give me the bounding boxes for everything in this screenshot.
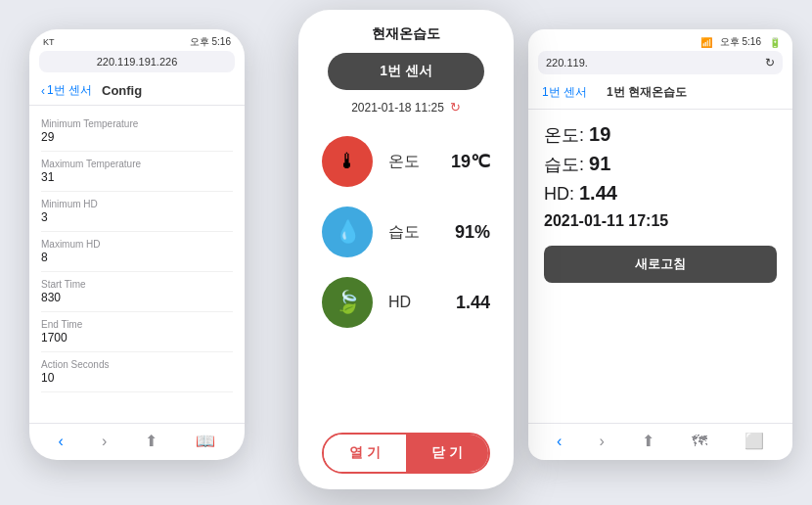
- toggle-close-btn[interactable]: 닫 기: [406, 435, 488, 472]
- right-hd-row: HD: 1.44: [544, 182, 777, 205]
- config-item-6: Action Seconds 10: [41, 352, 233, 392]
- config-item-4: Start Time 830: [41, 272, 233, 312]
- right-content: 온도: 19 습도: 91 HD: 1.44 2021-01-11 17:15 …: [528, 110, 792, 423]
- left-url-bar[interactable]: 220.119.191.226: [39, 51, 235, 72]
- right-datetime: 2021-01-11 17:15: [544, 212, 777, 230]
- left-back-toolbar-icon[interactable]: ‹: [59, 433, 64, 450]
- config-item-1: Maximum Temperature 31: [41, 152, 233, 192]
- hd-circle: 🍃: [322, 277, 373, 328]
- right-sensor-nav-label[interactable]: 1번 센서: [542, 84, 587, 101]
- right-current-nav-label[interactable]: 1번 현재온습도: [607, 84, 687, 101]
- config-item-2: Minimum HD 3: [41, 192, 233, 232]
- config-item-3: Maximum HD 8: [41, 232, 233, 272]
- right-hd-value: 1.44: [579, 182, 617, 204]
- right-temp-row: 온도: 19: [544, 123, 777, 147]
- right-refresh-button[interactable]: 새로고침: [544, 246, 777, 283]
- left-book-icon[interactable]: 📖: [196, 432, 215, 450]
- left-chevron-icon: ‹: [41, 84, 45, 98]
- right-url-text: 220.119.: [546, 57, 588, 69]
- right-nav-bar: 1번 센서 1번 현재온습도: [528, 80, 792, 110]
- config-label-1: Maximum Temperature: [41, 159, 233, 169]
- hd-row: 🍃 HD 1.44: [298, 267, 514, 338]
- hd-value: 1.44: [456, 293, 490, 313]
- center-phone: 현재온습도 1번 센서 2021-01-18 11:25 ↻ 🌡 온도 19℃ …: [298, 10, 514, 489]
- left-config-list: Minimum Temperature 29 Maximum Temperatu…: [29, 106, 245, 423]
- center-date-row: 2021-01-18 11:25 ↻: [298, 100, 514, 115]
- right-tabs-icon[interactable]: ⬜: [744, 432, 764, 450]
- left-status-bar: KT 오후 5:16: [29, 29, 245, 51]
- toggle-open-btn[interactable]: 열 기: [324, 435, 406, 472]
- humid-circle: 💧: [322, 207, 373, 257]
- config-label-4: Start Time: [41, 279, 233, 290]
- right-bottom-toolbar: ‹ › ⬆ 🗺 ⬜: [528, 423, 792, 460]
- humid-row: 💧 습도 91%: [298, 197, 514, 267]
- center-date: 2021-01-18 11:25: [351, 101, 444, 115]
- right-url-bar[interactable]: 220.119. ↻: [538, 51, 783, 74]
- temp-circle: 🌡: [322, 136, 373, 187]
- left-bottom-toolbar: ‹ › ⬆ 📖: [29, 423, 245, 460]
- right-hd-label: HD:: [544, 184, 579, 204]
- temp-row: 🌡 온도 19℃: [298, 126, 514, 197]
- temp-value: 19℃: [451, 151, 490, 172]
- config-value-2: 3: [41, 210, 233, 224]
- right-battery-icon: 🔋: [769, 37, 781, 48]
- right-status-bar: 📶 오후 5:16 🔋: [528, 29, 792, 51]
- config-label-5: End Time: [41, 319, 233, 330]
- hd-label: HD: [388, 294, 440, 311]
- left-phone: KT 오후 5:16 220.119.191.226 ‹ 1번 센서 Confi…: [29, 29, 245, 460]
- left-share-icon[interactable]: ⬆: [145, 432, 158, 450]
- right-temp-value: 19: [589, 123, 610, 145]
- config-label-0: Minimum Temperature: [41, 118, 233, 129]
- right-share-icon[interactable]: ⬆: [642, 432, 654, 450]
- left-back-label: 1번 센서: [47, 82, 92, 99]
- config-item-0: Minimum Temperature 29: [41, 112, 233, 152]
- config-label-2: Minimum HD: [41, 199, 233, 209]
- left-back-btn[interactable]: ‹ 1번 센서: [41, 82, 92, 99]
- right-humid-row: 습도: 91: [544, 153, 777, 176]
- right-temp-label: 온도:: [544, 125, 589, 145]
- right-back-icon[interactable]: ‹: [557, 433, 562, 450]
- left-time: 오후 5:16: [190, 35, 231, 49]
- config-value-6: 10: [41, 371, 233, 385]
- center-title: 현재온습도: [298, 10, 514, 53]
- right-humid-label: 습도:: [544, 155, 589, 174]
- right-refresh-icon[interactable]: ↻: [765, 56, 775, 69]
- config-value-5: 1700: [41, 331, 233, 344]
- humid-label: 습도: [388, 222, 439, 243]
- config-value-4: 830: [41, 291, 233, 304]
- config-value-1: 31: [41, 170, 233, 184]
- right-map-icon[interactable]: 🗺: [692, 433, 707, 450]
- right-wifi-icon: 📶: [700, 37, 712, 48]
- right-tablet: 📶 오후 5:16 🔋 220.119. ↻ 1번 센서 1번 현재온습도 온도…: [528, 29, 792, 460]
- config-label-3: Maximum HD: [41, 239, 233, 250]
- humid-value: 91%: [455, 222, 490, 243]
- left-nav-title: Config: [102, 83, 142, 98]
- config-value-3: 8: [41, 251, 233, 264]
- right-humid-value: 91: [589, 153, 610, 174]
- temp-label: 온도: [388, 152, 435, 172]
- config-value-0: 29: [41, 130, 233, 144]
- right-forward-icon[interactable]: ›: [599, 433, 604, 450]
- right-time: 오후 5:16: [720, 35, 761, 49]
- left-carrier: KT: [43, 37, 55, 47]
- center-toggle[interactable]: 열 기 닫 기: [322, 433, 490, 474]
- center-refresh-icon[interactable]: ↻: [450, 100, 461, 115]
- sensor-button[interactable]: 1번 센서: [328, 53, 484, 90]
- config-item-5: End Time 1700: [41, 312, 233, 352]
- left-forward-toolbar-icon[interactable]: ›: [102, 433, 107, 450]
- config-label-6: Action Seconds: [41, 359, 233, 370]
- left-nav-bar: ‹ 1번 센서 Config: [29, 78, 245, 106]
